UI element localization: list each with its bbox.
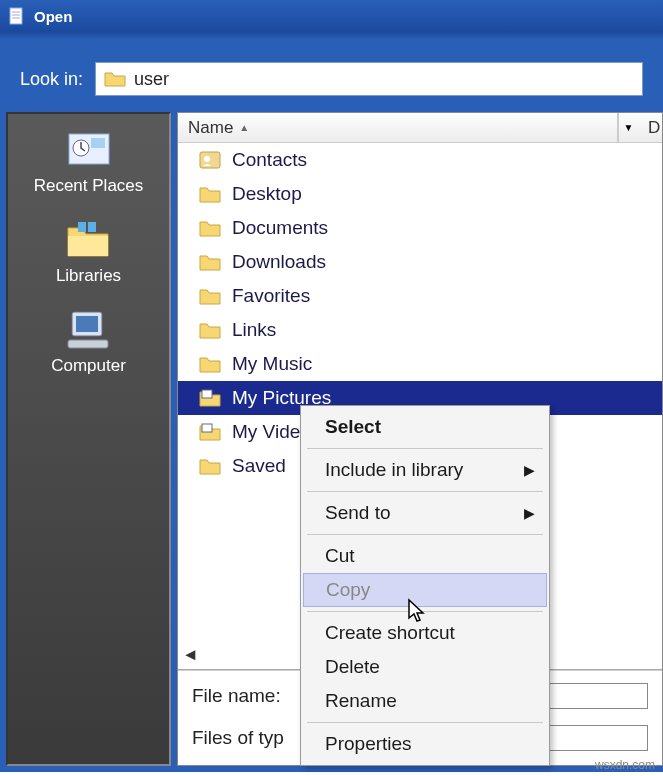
svg-rect-6 bbox=[91, 138, 105, 148]
file-name: Documents bbox=[232, 217, 328, 239]
ctx-delete[interactable]: Delete bbox=[303, 650, 547, 684]
submenu-arrow-icon: ▶ bbox=[524, 505, 535, 521]
computer-icon bbox=[60, 304, 116, 352]
lookin-toolbar: Look in: user bbox=[0, 32, 663, 106]
column-header-date[interactable]: D bbox=[638, 113, 662, 142]
column-header-name[interactable]: Name ▲ bbox=[178, 113, 618, 142]
ctx-properties[interactable]: Properties bbox=[303, 727, 547, 761]
file-name: Favorites bbox=[232, 285, 310, 307]
cursor-icon bbox=[407, 598, 427, 630]
list-item[interactable]: Desktop bbox=[178, 177, 662, 211]
ctx-send-to[interactable]: Send to▶ bbox=[303, 496, 547, 530]
folder-icon bbox=[198, 320, 222, 340]
file-name: Saved bbox=[232, 455, 286, 477]
ctx-rename[interactable]: Rename bbox=[303, 684, 547, 718]
sort-ascending-icon: ▲ bbox=[239, 122, 249, 133]
ctx-cut[interactable]: Cut bbox=[303, 539, 547, 573]
folder-icon bbox=[198, 456, 222, 476]
folder-icon bbox=[198, 252, 222, 272]
recent-places-icon bbox=[61, 124, 117, 172]
column-header-row: Name ▲ ▼ D bbox=[178, 113, 662, 143]
submenu-arrow-icon: ▶ bbox=[524, 462, 535, 478]
list-item[interactable]: Downloads bbox=[178, 245, 662, 279]
folder-icon bbox=[104, 70, 126, 88]
svg-rect-15 bbox=[202, 390, 212, 398]
window-titlebar: Open bbox=[0, 0, 663, 32]
svg-rect-8 bbox=[78, 222, 86, 232]
contacts-icon bbox=[198, 150, 222, 170]
libraries-icon bbox=[60, 214, 116, 262]
list-item[interactable]: Links bbox=[178, 313, 662, 347]
lookin-combobox[interactable]: user bbox=[95, 62, 643, 96]
context-menu: Select Include in library▶ Send to▶ Cut … bbox=[300, 405, 550, 766]
file-name: Contacts bbox=[232, 149, 307, 171]
watermark-text: wsxdn.com bbox=[595, 758, 655, 772]
folder-icon bbox=[198, 422, 222, 442]
ctx-separator bbox=[307, 722, 543, 723]
svg-rect-16 bbox=[202, 424, 212, 432]
file-name: My Music bbox=[232, 353, 312, 375]
list-item[interactable]: Favorites bbox=[178, 279, 662, 313]
folder-icon bbox=[198, 388, 222, 408]
folder-icon bbox=[198, 218, 222, 238]
file-name: Links bbox=[232, 319, 276, 341]
scroll-left-arrow[interactable]: ◂ bbox=[186, 644, 195, 664]
places-bar: Recent Places Libraries Computer bbox=[6, 112, 171, 766]
svg-rect-0 bbox=[10, 8, 22, 24]
filename-label: File name: bbox=[192, 685, 302, 707]
filetype-label: Files of typ bbox=[192, 727, 302, 749]
notepad-icon bbox=[8, 7, 26, 25]
column-dropdown-button[interactable]: ▼ bbox=[618, 113, 638, 142]
svg-rect-9 bbox=[88, 222, 96, 232]
ctx-separator bbox=[307, 491, 543, 492]
folder-icon bbox=[198, 184, 222, 204]
window-title: Open bbox=[34, 8, 72, 25]
folder-icon bbox=[198, 286, 222, 306]
file-name: Downloads bbox=[232, 251, 326, 273]
places-libraries-label: Libraries bbox=[56, 266, 121, 286]
ctx-separator bbox=[307, 448, 543, 449]
svg-rect-7 bbox=[68, 236, 108, 256]
places-recent[interactable]: Recent Places bbox=[34, 124, 144, 196]
places-libraries[interactable]: Libraries bbox=[56, 214, 121, 286]
list-item[interactable]: Contacts bbox=[178, 143, 662, 177]
ctx-select[interactable]: Select bbox=[303, 410, 547, 444]
svg-point-14 bbox=[204, 156, 210, 162]
lookin-value: user bbox=[134, 69, 169, 90]
places-recent-label: Recent Places bbox=[34, 176, 144, 196]
places-computer-label: Computer bbox=[51, 356, 126, 376]
places-computer[interactable]: Computer bbox=[51, 304, 126, 376]
lookin-label: Look in: bbox=[20, 69, 83, 90]
list-item[interactable]: Documents bbox=[178, 211, 662, 245]
svg-rect-11 bbox=[76, 316, 98, 332]
svg-rect-12 bbox=[68, 340, 108, 348]
folder-icon bbox=[198, 354, 222, 374]
file-name: Desktop bbox=[232, 183, 302, 205]
ctx-include-library[interactable]: Include in library▶ bbox=[303, 453, 547, 487]
list-item[interactable]: My Music bbox=[178, 347, 662, 381]
ctx-separator bbox=[307, 534, 543, 535]
